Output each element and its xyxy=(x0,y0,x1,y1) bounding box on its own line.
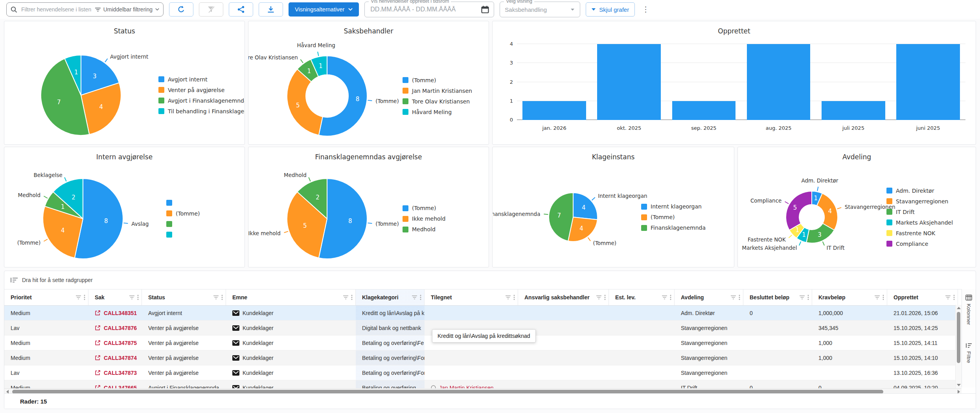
column-menu-icon[interactable] xyxy=(883,295,884,300)
column-header-besluttet-bel-p[interactable]: Besluttet beløp xyxy=(743,289,812,305)
open-case-icon[interactable] xyxy=(95,325,101,331)
column-header-emne[interactable]: Emne xyxy=(226,289,356,305)
column-menu-icon[interactable] xyxy=(137,295,139,300)
scroll-down-icon[interactable] xyxy=(957,384,961,386)
legend-item[interactable]: Avgjort i Finansklagenemnda xyxy=(158,95,245,106)
legend-item[interactable]: (Tomme) xyxy=(641,212,706,223)
filter-icon[interactable] xyxy=(731,295,736,299)
bar[interactable] xyxy=(896,44,960,120)
case-link[interactable]: CALL347873 xyxy=(95,370,137,376)
legend-item[interactable]: Jan Martin Kristiansen xyxy=(403,85,472,96)
vertical-scrollbar[interactable] xyxy=(955,305,962,388)
column-menu-icon[interactable] xyxy=(221,295,223,300)
filter-icon[interactable] xyxy=(213,295,219,299)
column-header-tilegnet[interactable]: Tilegnet xyxy=(425,289,518,305)
more-options-icon[interactable]: ⋮ xyxy=(640,7,651,11)
column-header-sak[interactable]: Sak xyxy=(88,289,142,305)
legend-item[interactable]: Tore Olav Kristiansen xyxy=(403,96,472,107)
table-row[interactable]: LavCALL347873Venter på avgjørelseKundekl… xyxy=(4,365,962,380)
legend-item[interactable]: Internt klageorgan xyxy=(641,201,706,212)
case-link[interactable]: CALL347875 xyxy=(95,340,137,346)
filter-icon[interactable] xyxy=(662,295,667,299)
legend-item[interactable]: Venter på avgjørelse xyxy=(158,85,245,95)
bar[interactable] xyxy=(747,44,811,120)
pie-slice[interactable] xyxy=(817,194,838,230)
share-button[interactable] xyxy=(229,2,253,17)
column-menu-icon[interactable] xyxy=(420,295,421,300)
column-menu-icon[interactable] xyxy=(84,295,85,300)
legend-item[interactable]: Fastrente NOK xyxy=(886,228,953,238)
column-header-status[interactable]: Status xyxy=(142,289,226,305)
tab-kolonner[interactable]: Kolonner xyxy=(965,295,972,325)
pie-chart-intern-avgjorelse[interactable]: 8Avslag4(Tomme)1Medhold2Beklagelse xyxy=(4,147,245,267)
legend-item[interactable]: Finansklagenemnda xyxy=(641,223,706,233)
legend-item[interactable]: Stavangerregionen xyxy=(886,196,953,206)
date-range-field[interactable]: Vis henvendelser opprettet i tidsrom xyxy=(364,2,494,17)
open-case-icon[interactable] xyxy=(95,355,101,361)
column-menu-icon[interactable] xyxy=(513,295,515,300)
legend-item[interactable]: (Tomme) xyxy=(403,75,472,85)
legend-item[interactable]: Adm. Direktør xyxy=(886,185,953,196)
legend-item[interactable] xyxy=(166,229,200,240)
column-menu-icon[interactable] xyxy=(604,295,606,300)
legend-item[interactable]: (Tomme) xyxy=(166,208,200,219)
clear-filter-button[interactable] xyxy=(199,2,223,17)
pie-slice[interactable] xyxy=(786,191,812,230)
bar[interactable] xyxy=(597,44,661,120)
scroll-up-icon[interactable] xyxy=(957,307,961,309)
case-link[interactable]: CALL347874 xyxy=(95,355,137,361)
legend-item[interactable]: IT Drift xyxy=(886,206,953,217)
vertical-scroll-thumb[interactable] xyxy=(957,312,960,363)
calendar-icon[interactable] xyxy=(481,6,489,13)
column-menu-icon[interactable] xyxy=(670,295,671,300)
open-case-icon[interactable] xyxy=(95,370,101,376)
column-menu-icon[interactable] xyxy=(953,295,955,300)
open-case-icon[interactable] xyxy=(95,340,101,346)
column-header-kravbel-p[interactable]: Kravbeløp xyxy=(812,289,887,305)
filter-icon[interactable] xyxy=(76,295,81,299)
column-menu-icon[interactable] xyxy=(351,295,353,300)
hide-charts-button[interactable]: Skjul grafer xyxy=(586,2,635,17)
search-input[interactable] xyxy=(20,6,92,13)
legend-item[interactable]: Markets Aksjehandel xyxy=(886,217,953,228)
legend-item[interactable]: Avgjort internt xyxy=(158,74,245,85)
table-row[interactable]: MediumCALL348351Avgjort interntKundeklag… xyxy=(4,306,962,321)
case-link[interactable]: CALL348351 xyxy=(95,310,137,316)
tab-filtre[interactable]: Filtre xyxy=(966,343,972,363)
filter-icon[interactable] xyxy=(506,295,511,299)
pie-chart-finansklagenemndas-avgjorelse[interactable]: 8(Tomme)5Ikke mehold2Medhold xyxy=(248,147,489,267)
legend-item[interactable] xyxy=(166,219,200,229)
column-menu-icon[interactable] xyxy=(807,295,809,300)
column-header-ansvarlig-saksbehandler[interactable]: Ansvarlig saksbehandler xyxy=(518,289,609,305)
view-select[interactable]: Velg visning Saksbehandling xyxy=(500,2,580,17)
row-group-dropzone[interactable]: Dra hit for å sette radgrupper xyxy=(4,271,976,289)
view-options-button[interactable]: Visningsalternativer xyxy=(289,2,359,17)
case-link[interactable]: CALL347876 xyxy=(95,325,137,331)
column-header-avdeling[interactable]: Avdeling xyxy=(675,289,743,305)
legend-item[interactable]: (Tomme) xyxy=(403,203,445,214)
column-menu-icon[interactable] xyxy=(739,295,740,300)
filter-icon[interactable] xyxy=(343,295,348,299)
legend-item[interactable]: Medhold xyxy=(403,224,445,235)
refresh-button[interactable] xyxy=(169,2,193,17)
filter-icon[interactable] xyxy=(129,295,134,299)
table-row[interactable]: MediumCALL347665Avgjort i Finansklagenem… xyxy=(4,380,962,389)
column-header-klagekategori[interactable]: Klagekategori xyxy=(356,289,425,305)
legend-item[interactable] xyxy=(166,197,200,208)
filter-icon[interactable] xyxy=(800,295,805,299)
legend-item[interactable]: Compliance xyxy=(886,238,953,249)
open-case-icon[interactable] xyxy=(95,310,101,316)
bar[interactable] xyxy=(822,101,885,120)
filter-icon[interactable] xyxy=(945,295,951,299)
date-range-input[interactable] xyxy=(370,6,477,13)
legend-item[interactable]: Håvard Meling xyxy=(403,107,472,117)
column-header-prioritet[interactable]: Prioritet xyxy=(4,289,88,305)
column-header-est-lev[interactable]: Est. lev. xyxy=(609,289,675,305)
filter-icon[interactable] xyxy=(412,295,417,299)
search-box[interactable]: Umiddelbar filtrering xyxy=(6,2,164,17)
instant-filter-dropdown[interactable]: Umiddelbar filtrering xyxy=(95,6,159,13)
filter-icon[interactable] xyxy=(596,295,601,299)
filter-icon[interactable] xyxy=(875,295,880,299)
bar[interactable] xyxy=(672,101,736,120)
download-button[interactable] xyxy=(259,2,283,17)
